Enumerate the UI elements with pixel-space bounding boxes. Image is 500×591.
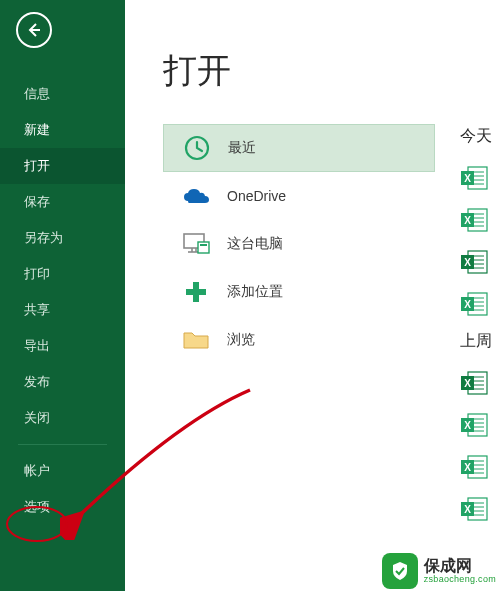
page-title: 打开: [163, 48, 500, 94]
svg-text:X: X: [464, 257, 471, 268]
nav-share[interactable]: 共享: [0, 292, 125, 328]
svg-rect-9: [186, 289, 206, 295]
nav-info[interactable]: 信息: [0, 76, 125, 112]
source-label: OneDrive: [227, 188, 286, 204]
group-heading-today: 今天: [460, 126, 500, 147]
svg-text:X: X: [464, 504, 471, 515]
file-row[interactable]: X: [460, 241, 500, 283]
file-row[interactable]: X: [460, 199, 500, 241]
svg-text:X: X: [464, 173, 471, 184]
svg-text:X: X: [464, 420, 471, 431]
source-label: 添加位置: [227, 283, 283, 301]
arrow-left-icon: [25, 21, 43, 39]
main-panel: 打开 最近 OneDrive 这台电脑 添加位置: [125, 0, 500, 591]
nav-close[interactable]: 关闭: [0, 400, 125, 436]
svg-text:X: X: [464, 299, 471, 310]
excel-file-icon: X: [460, 292, 488, 316]
back-button[interactable]: [16, 12, 52, 48]
nav-options[interactable]: 选项: [0, 489, 125, 525]
file-row[interactable]: X: [460, 362, 500, 404]
excel-file-icon: X: [460, 208, 488, 232]
svg-text:X: X: [464, 215, 471, 226]
watermark-badge-icon: [382, 553, 418, 589]
file-row[interactable]: X: [460, 446, 500, 488]
svg-rect-6: [198, 242, 209, 253]
source-label: 浏览: [227, 331, 255, 349]
file-row[interactable]: X: [460, 488, 500, 530]
excel-file-icon: X: [460, 413, 488, 437]
file-row[interactable]: X: [460, 404, 500, 446]
svg-text:X: X: [464, 462, 471, 473]
source-this-pc[interactable]: 这台电脑: [163, 220, 435, 268]
onedrive-icon: [181, 181, 211, 211]
nav-save[interactable]: 保存: [0, 184, 125, 220]
watermark-title: 保成网: [424, 558, 496, 574]
watermark: 保成网 zsbaocheng.com: [378, 551, 500, 591]
svg-rect-7: [200, 244, 207, 246]
excel-file-icon: X: [460, 250, 488, 274]
sidebar: 信息 新建 打开 保存 另存为 打印 共享 导出 发布 关闭 帐户 选项: [0, 0, 125, 591]
nav-export[interactable]: 导出: [0, 328, 125, 364]
source-label: 最近: [228, 139, 256, 157]
nav-account[interactable]: 帐户: [0, 453, 125, 489]
group-heading-last-week: 上周: [460, 331, 500, 352]
nav-new[interactable]: 新建: [0, 112, 125, 148]
file-row[interactable]: X: [460, 157, 500, 199]
excel-file-icon: X: [460, 371, 488, 395]
nav-print[interactable]: 打印: [0, 256, 125, 292]
recent-files-column: 今天 X X X X 上周 X X X X: [460, 126, 500, 530]
this-pc-icon: [181, 229, 211, 259]
excel-file-icon: X: [460, 497, 488, 521]
svg-text:X: X: [464, 378, 471, 389]
source-browse[interactable]: 浏览: [163, 316, 435, 364]
watermark-url: zsbaocheng.com: [424, 574, 496, 584]
source-add-place[interactable]: 添加位置: [163, 268, 435, 316]
excel-file-icon: X: [460, 166, 488, 190]
plus-icon: [181, 277, 211, 307]
open-source-list: 最近 OneDrive 这台电脑 添加位置 浏览: [163, 124, 435, 364]
divider: [18, 444, 107, 445]
source-label: 这台电脑: [227, 235, 283, 253]
clock-icon: [182, 133, 212, 163]
nav-saveas[interactable]: 另存为: [0, 220, 125, 256]
nav-publish[interactable]: 发布: [0, 364, 125, 400]
source-onedrive[interactable]: OneDrive: [163, 172, 435, 220]
file-row[interactable]: X: [460, 283, 500, 325]
folder-icon: [181, 325, 211, 355]
source-recent[interactable]: 最近: [163, 124, 435, 172]
excel-file-icon: X: [460, 455, 488, 479]
nav-open[interactable]: 打开: [0, 148, 125, 184]
